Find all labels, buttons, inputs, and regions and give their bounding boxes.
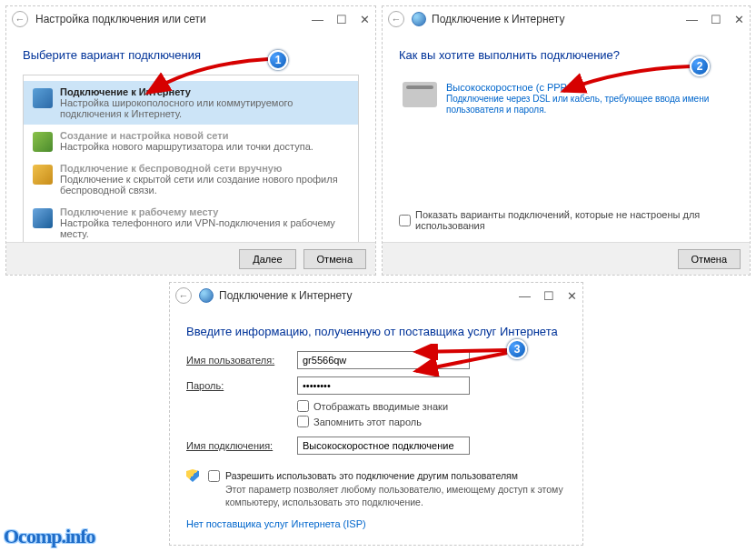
maximize-icon[interactable]: ☐: [336, 14, 347, 25]
allow-others-title: Разрешить использовать это подключение д…: [225, 469, 566, 483]
arrow-1: [141, 55, 273, 100]
close-icon[interactable]: ✕: [360, 14, 370, 25]
minimize-icon[interactable]: —: [686, 14, 698, 25]
minimize-icon[interactable]: —: [519, 290, 531, 302]
back-button[interactable]: ←: [175, 287, 192, 304]
cancel-button[interactable]: Отмена: [303, 249, 366, 269]
step-badge-1: 1: [268, 50, 288, 70]
cancel-button[interactable]: Отмена: [678, 249, 741, 269]
workplace-icon: [33, 208, 53, 228]
remember-checkbox[interactable]: [297, 416, 309, 427]
router-icon: [33, 132, 53, 152]
close-icon[interactable]: ✕: [567, 290, 577, 302]
allow-others-checkbox[interactable]: [208, 470, 220, 482]
options-list: Подключение к ИнтернетуНастройка широкоп…: [23, 75, 359, 251]
page-heading: Введите информацию, полученную от постав…: [186, 325, 566, 338]
show-chars-option[interactable]: Отображать вводимые знаки: [297, 400, 448, 412]
titlebar: ← Подключение к Интернету — ☐ ✕: [170, 283, 582, 308]
username-label: Имя пользователя:: [186, 355, 286, 366]
titlebar: ← Настройка подключения или сети — ☐ ✕: [6, 6, 375, 32]
show-more-checkbox[interactable]: [399, 215, 411, 226]
dialog-footer: Отмена: [383, 242, 750, 275]
globe-icon: [33, 88, 53, 108]
window-title: Настройка подключения или сети: [35, 13, 206, 25]
show-chars-checkbox[interactable]: [297, 400, 309, 412]
back-button[interactable]: ←: [388, 11, 404, 27]
titlebar: ← Подключение к Интернету — ☐ ✕: [383, 6, 750, 32]
step-badge-3: 3: [507, 339, 527, 359]
window-title: Подключение к Интернету: [432, 13, 565, 25]
option-workplace[interactable]: Подключение к рабочему местуНастройка те…: [24, 201, 358, 245]
allow-others-desc: Этот параметр позволяет любому пользоват…: [225, 483, 566, 509]
window-connection-setup: ← Настройка подключения или сети — ☐ ✕ В…: [5, 5, 376, 276]
maximize-icon[interactable]: ☐: [711, 14, 721, 25]
password-label: Пароль:: [186, 380, 286, 391]
next-button[interactable]: Далее: [239, 249, 295, 269]
show-more-options[interactable]: Показать варианты подключений, которые н…: [399, 209, 733, 231]
globe-icon: [199, 288, 214, 303]
step-badge-2: 2: [690, 56, 710, 76]
connection-name-input[interactable]: [297, 437, 470, 455]
window-isp-info: ← Подключение к Интернету — ☐ ✕ Введите …: [169, 282, 583, 546]
no-isp-link[interactable]: Нет поставщика услуг Интернета (ISP): [186, 518, 366, 529]
arrow-2: [556, 62, 694, 98]
connection-name-label: Имя подключения:: [186, 440, 286, 451]
watermark-logo: Ocomp.info: [4, 525, 95, 548]
arrow-3b: [409, 351, 511, 376]
close-icon[interactable]: ✕: [734, 14, 744, 25]
window-title: Подключение к Интернету: [219, 289, 353, 302]
option-new-network[interactable]: Создание и настройка новой сетиНастройка…: [24, 125, 358, 157]
window-connect-internet: ← Подключение к Интернету — ☐ ✕ Как вы х…: [382, 5, 751, 276]
remember-password-option[interactable]: Запомнить этот пароль: [297, 416, 448, 427]
page-heading: Как вы хотите выполнить подключение?: [399, 48, 733, 62]
option-wifi-manual[interactable]: Подключение к беспроводной сети вручнуюП…: [24, 157, 358, 201]
dialog-footer: Далее Отмена: [6, 242, 375, 275]
globe-icon: [412, 12, 426, 26]
maximize-icon[interactable]: ☐: [543, 290, 554, 302]
modem-icon: [403, 82, 437, 107]
wifi-icon: [33, 165, 53, 185]
password-input[interactable]: [297, 376, 470, 395]
back-button[interactable]: ←: [12, 11, 28, 27]
minimize-icon[interactable]: —: [312, 14, 323, 25]
shield-icon: [186, 469, 199, 482]
